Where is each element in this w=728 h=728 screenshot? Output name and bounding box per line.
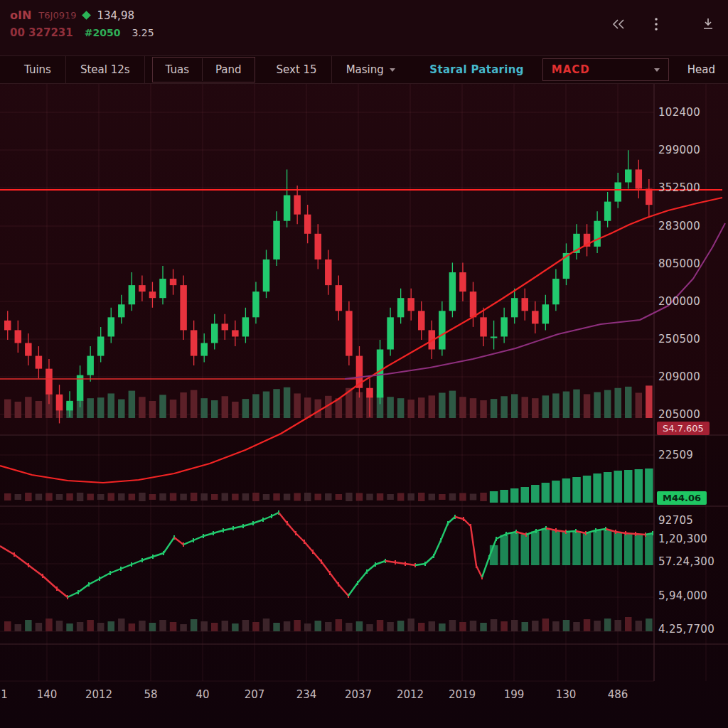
pattern-label[interactable]: Staral Pataring <box>429 63 523 76</box>
price-up-diamond-icon <box>82 11 92 20</box>
symbol-code: T6J0919 <box>38 10 76 21</box>
toolbar-tab-steal-12s[interactable]: Steal 12s <box>66 56 145 83</box>
trading-app: 1024002990003525002830008050002000002505… <box>0 0 728 728</box>
last-price: 134,98 <box>97 9 134 22</box>
indicator-label: MACD <box>552 63 590 76</box>
chevron-down-icon <box>390 68 395 72</box>
chevron-down-icon <box>654 68 660 72</box>
toolbar-tabs: TuinsSteal 12sTuasPandSext 15Masing <box>10 56 410 83</box>
toolbar-tab-group: TuasPand <box>152 57 255 82</box>
toolbar: TuinsSteal 12sTuasPandSext 15Masing Star… <box>0 55 728 84</box>
header-actions <box>611 17 714 31</box>
price-chart-canvas[interactable] <box>0 0 728 728</box>
toolbar-tab-masing[interactable]: Masing <box>332 56 410 83</box>
head-button[interactable]: Head <box>687 63 715 76</box>
ticker-value-left: 00 327231 <box>10 26 73 39</box>
price-axis-badge: S4.7.605 <box>657 422 710 435</box>
toolbar-tab-tuas[interactable]: Tuas <box>153 58 203 81</box>
indicator-dropdown[interactable]: MACD <box>542 58 669 81</box>
macd-axis-badge: M44.06 <box>657 491 707 505</box>
toolbar-tab-tuins[interactable]: Tuins <box>10 56 66 83</box>
toolbar-tab-sext-15[interactable]: Sext 15 <box>262 56 332 83</box>
ticker-percent: 3.25 <box>132 27 154 38</box>
toolbar-right: Staral Pataring MACD Head <box>429 58 718 81</box>
toolbar-tab-pand[interactable]: Pand <box>203 58 255 81</box>
more-options-icon[interactable] <box>654 17 658 31</box>
header: oIN T6J0919 134,98 00 327231 #2050 3.25 <box>0 0 728 55</box>
double-chevron-left-icon[interactable] <box>611 18 626 30</box>
symbol-name: oIN <box>10 9 31 22</box>
download-icon[interactable] <box>702 18 714 31</box>
ticker-change: #2050 <box>85 27 121 38</box>
